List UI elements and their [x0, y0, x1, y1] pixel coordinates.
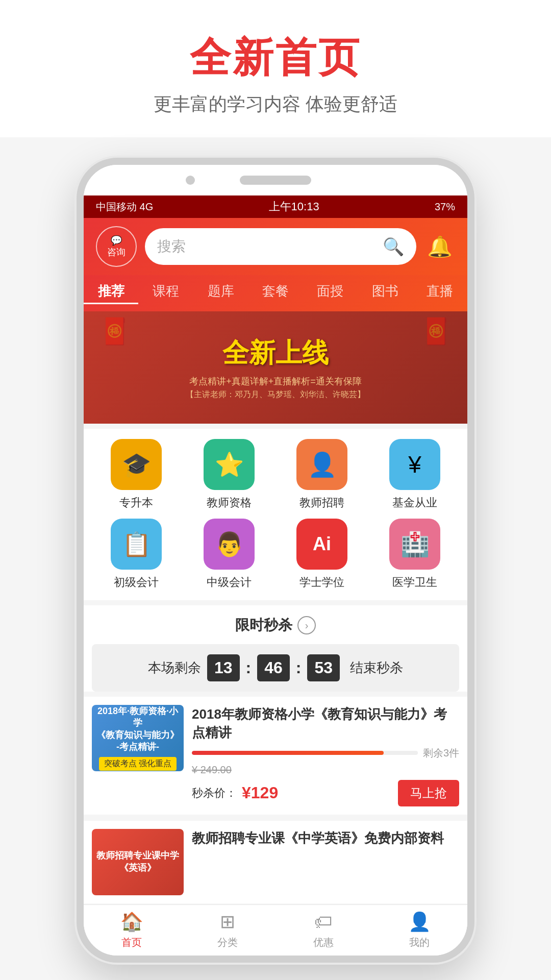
coupon-icon: 🏷	[314, 911, 333, 933]
bottom-nav-home[interactable]: 🏠 首页	[84, 905, 180, 955]
category-item-teacher-cert[interactable]: ⭐ 教师资格	[187, 439, 271, 510]
tab-book[interactable]: 图书	[358, 278, 412, 304]
product-info-2: 教师招聘专业课《中学英语》免费内部资料	[192, 829, 459, 847]
category-icon-teacher-recruit: 👤	[296, 439, 347, 490]
search-placeholder: 搜索	[157, 237, 377, 256]
status-signal: 中国移动 4G	[96, 200, 153, 214]
flash-sale-section: 限时秒杀 › 本场剩余 13 : 46 : 53 结束秒杀	[84, 605, 467, 692]
banner-sub2: 【主讲老师：邓乃月、马梦瑶、刘华洁、许晓芸】	[186, 389, 365, 400]
section-divider	[84, 816, 467, 821]
stock-label-1: 剩余3件	[423, 746, 459, 760]
nav-tabs: 推荐 课程 题库 套餐 面授 图书 直播	[84, 275, 467, 311]
product-card-2: 教师招聘专业课中学《英语》 教师招聘专业课《中学英语》免费内部资料	[84, 821, 467, 903]
status-right: 37%	[435, 201, 455, 213]
category-icon: ⊞	[220, 911, 235, 933]
phone-camera	[186, 176, 195, 185]
banner-deco-left: 🧧	[99, 316, 131, 346]
product-info-1: 2018年教师资格小学《教育知识与能力》考点精讲 剩余3件 ¥ 249.00 秒…	[192, 705, 459, 806]
category-icon-junior-acct: 📋	[111, 519, 162, 570]
countdown-hours: 13	[207, 654, 240, 681]
phone-frame: 中国移动 4G 上午10:13 37% 💬 咨询 搜索 🔍 🔔 推荐 课	[77, 158, 474, 963]
flash-sale-header: 限时秒杀 ›	[84, 605, 467, 640]
category-item-junior-acct[interactable]: 📋 初级会计	[94, 519, 179, 590]
tab-offline[interactable]: 面授	[303, 278, 358, 304]
category-icon-zhuanshengben: 🎓	[111, 439, 162, 490]
banner-deco-right: 🧧	[420, 316, 452, 346]
status-time: 上午10:13	[269, 199, 319, 214]
search-bar[interactable]: 搜索 🔍	[145, 228, 416, 265]
tab-live[interactable]: 直播	[413, 278, 467, 304]
bell-icon: 🔔	[427, 235, 453, 259]
app-header: 💬 咨询 搜索 🔍 🔔	[84, 218, 467, 275]
category-item-fund[interactable]: ¥ 基金从业	[372, 439, 457, 510]
status-bar: 中国移动 4G 上午10:13 37%	[84, 195, 467, 218]
countdown-seconds: 53	[307, 654, 340, 681]
sale-label-1: 秒杀价：	[192, 786, 237, 801]
tab-course[interactable]: 课程	[138, 278, 193, 304]
category-grid: 🎓 专升本 ⭐ 教师资格 👤 教师招聘 ¥ 基金从业 📋	[84, 429, 467, 600]
phone-speaker	[240, 176, 311, 185]
consult-button[interactable]: 💬 咨询	[96, 226, 137, 267]
product-card-1: 2018年·教师资格·小学《教育知识与能力》-考点精讲- 突破考点 强化重点 2…	[84, 697, 467, 815]
flash-sale-title: 限时秒杀	[235, 616, 292, 635]
consult-label: 咨询	[107, 246, 126, 258]
category-item-medical[interactable]: 🏥 医学卫生	[372, 519, 457, 590]
banner-main-text: 全新上线	[186, 335, 365, 371]
product-title-1: 2018年教师资格小学《教育知识与能力》考点精讲	[192, 705, 459, 742]
product-title-2: 教师招聘专业课《中学英语》免费内部资料	[192, 829, 459, 847]
phone-top-bar	[84, 165, 467, 195]
category-label-medical: 医学卫生	[392, 575, 437, 590]
price-row-1: ¥ 249.00	[192, 764, 459, 776]
countdown-label: 本场剩余	[148, 659, 201, 677]
progress-row-1: 剩余3件	[192, 746, 459, 760]
home-label: 首页	[121, 936, 142, 949]
tab-recommend[interactable]: 推荐	[84, 278, 138, 304]
category-label-junior-acct: 初级会计	[114, 575, 159, 590]
consult-icon: 💬	[111, 235, 122, 246]
category-icon-teacher-cert: ⭐	[204, 439, 255, 490]
tab-question[interactable]: 题库	[193, 278, 248, 304]
sale-row-1: 秒杀价： ¥129 马上抢	[192, 780, 459, 806]
product-thumb-2: 教师招聘专业课中学《英语》	[92, 829, 184, 895]
search-icon: 🔍	[383, 236, 404, 257]
progress-fill-1	[192, 751, 384, 755]
thumb-title-2: 教师招聘专业课中学《英语》	[92, 850, 183, 874]
phone-wrapper: 中国移动 4G 上午10:13 37% 💬 咨询 搜索 🔍 🔔 推荐 课	[0, 158, 551, 963]
category-icon-fund: ¥	[389, 439, 440, 490]
flash-sale-more-button[interactable]: ›	[297, 616, 316, 634]
notification-button[interactable]: 🔔	[424, 231, 455, 262]
profile-label: 我的	[409, 936, 430, 949]
coupon-label: 优惠	[313, 936, 334, 949]
thumb-title-1: 2018年·教师资格·小学《教育知识与能力》-考点精讲-	[92, 705, 184, 753]
category-label-mid-acct: 中级会计	[207, 575, 252, 590]
category-item-teacher-recruit[interactable]: 👤 教师招聘	[280, 439, 364, 510]
promo-section: 全新首页 更丰富的学习内容 体验更舒适	[0, 0, 551, 137]
category-label-teacher-recruit: 教师招聘	[299, 495, 344, 510]
countdown-bar: 本场剩余 13 : 46 : 53 结束秒杀	[92, 644, 459, 692]
category-item-bachelor[interactable]: Ai 学士学位	[280, 519, 364, 590]
banner: 🧧 🧧 全新上线 考点精讲+真题详解+直播解析=通关有保障 【主讲老师：邓乃月、…	[84, 311, 467, 424]
product-thumb-1: 2018年·教师资格·小学《教育知识与能力》-考点精讲- 突破考点 强化重点	[92, 705, 184, 771]
countdown-colon-1: :	[246, 658, 252, 677]
category-icon-mid-acct: 👨	[204, 519, 255, 570]
bottom-nav-profile[interactable]: 👤 我的	[371, 905, 467, 955]
countdown-end-label: 结束秒杀	[350, 659, 403, 677]
category-icon-bachelor: Ai	[296, 519, 347, 570]
progress-bar-1	[192, 751, 418, 755]
bottom-nav-coupon[interactable]: 🏷 优惠	[276, 905, 371, 955]
sale-price-1: ¥129	[242, 783, 278, 802]
countdown-minutes: 46	[257, 654, 290, 681]
bottom-nav-category[interactable]: ⊞ 分类	[180, 905, 276, 955]
category-label-teacher-cert: 教师资格	[207, 495, 252, 510]
tab-package[interactable]: 套餐	[248, 278, 303, 304]
countdown-colon-2: :	[296, 658, 302, 677]
category-item-mid-acct[interactable]: 👨 中级会计	[187, 519, 271, 590]
buy-button-1[interactable]: 马上抢	[398, 780, 459, 806]
profile-icon: 👤	[408, 911, 431, 933]
category-icon-medical: 🏥	[389, 519, 440, 570]
thumb-badge-1: 突破考点 强化重点	[99, 757, 177, 771]
bottom-nav: 🏠 首页 ⊞ 分类 🏷 优惠 👤 我的	[84, 904, 467, 955]
category-label-fund: 基金从业	[392, 495, 437, 510]
category-item-zhuanshengben[interactable]: 🎓 专升本	[94, 439, 179, 510]
promo-subtitle: 更丰富的学习内容 体验更舒适	[0, 92, 551, 117]
